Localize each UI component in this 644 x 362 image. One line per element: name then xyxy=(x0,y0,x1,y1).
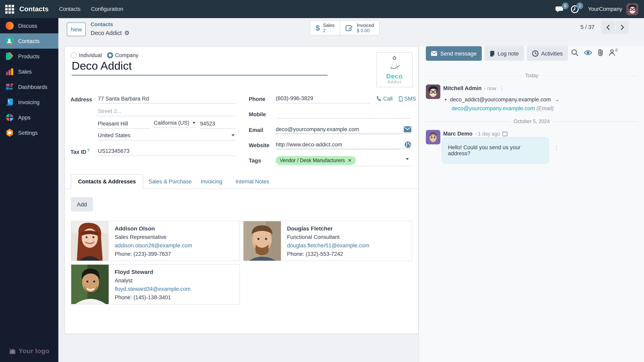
contact-email-link[interactable]: floyd.steward34@example.com xyxy=(115,285,190,293)
contact-email-link[interactable]: addison.olson28@example.com xyxy=(115,241,192,250)
settings-icon xyxy=(5,128,14,138)
send-message-label: Send message xyxy=(440,50,476,56)
app-title[interactable]: Contacts xyxy=(19,5,48,13)
gear-icon[interactable]: ⚙ xyxy=(124,29,130,37)
tab-sales-purchase[interactable]: Sales & Purchase xyxy=(142,174,199,189)
sidebar-item-sales[interactable]: Sales xyxy=(0,64,58,79)
company-type-radios: Individual Company xyxy=(71,52,138,58)
menu-configuration[interactable]: Configuration xyxy=(91,6,123,12)
contact-email-link[interactable]: douglas.fletcher51@example.com xyxy=(287,241,369,250)
apps-grid-icon[interactable] xyxy=(5,5,14,13)
street2-input[interactable] xyxy=(98,107,236,116)
phone-input[interactable] xyxy=(276,94,370,103)
contact-card-douglas[interactable]: Douglas Fletcher Functional Consultant d… xyxy=(243,221,412,261)
breadcrumb-parent[interactable]: Contacts xyxy=(90,21,113,27)
tax-id-input[interactable] xyxy=(98,147,236,156)
calendar-icon[interactable] xyxy=(502,131,508,136)
sales-stat-button[interactable]: $ Sales 2 xyxy=(310,21,340,35)
tab-contacts-addresses[interactable]: Contacts & Addresses xyxy=(71,174,143,189)
contact-card-floyd[interactable]: Floyd Steward Analyst floyd.steward34@ex… xyxy=(71,264,240,305)
email-underline xyxy=(276,133,411,134)
message-author[interactable]: Mitchell Admin xyxy=(443,85,482,91)
mobile-input[interactable] xyxy=(276,110,411,119)
contact-role: Analyst xyxy=(115,276,190,285)
message-author-avatar[interactable] xyxy=(426,130,440,144)
country-select[interactable]: United States xyxy=(98,131,236,140)
company-radio[interactable]: Company xyxy=(107,52,138,58)
your-logo[interactable]: Your logo xyxy=(0,348,58,355)
message-menu-icon[interactable]: ⋮ xyxy=(499,86,505,90)
address-label: Address xyxy=(70,96,92,103)
message-author-avatar[interactable] xyxy=(426,84,440,99)
help-icon[interactable]: ? xyxy=(87,148,90,152)
tags-field[interactable]: Vendor / Desk Manufacturers ✕ xyxy=(276,156,356,165)
contact-name: Addison Olson xyxy=(115,224,192,233)
search-messages-icon[interactable] xyxy=(571,49,578,56)
street-input[interactable] xyxy=(98,95,236,104)
tab-invoicing[interactable]: Invoicing xyxy=(194,174,229,189)
add-contact-button[interactable]: Add xyxy=(71,197,93,212)
sidebar-item-dashboards[interactable]: Dashboards xyxy=(0,79,58,94)
contact-photo xyxy=(71,265,109,304)
sidebar-item-apps[interactable]: Apps xyxy=(0,110,58,125)
call-link[interactable]: Call xyxy=(376,96,393,102)
contact-photo xyxy=(244,221,281,261)
chevron-left-icon xyxy=(606,24,610,30)
pager-previous-button[interactable] xyxy=(601,20,615,34)
tags-dropdown[interactable] xyxy=(406,160,409,166)
paperclip-icon[interactable] xyxy=(598,49,603,56)
tag-remove-icon[interactable]: ✕ xyxy=(348,158,352,163)
individual-radio[interactable]: Individual xyxy=(71,52,102,58)
mobile-label: Mobile xyxy=(249,111,266,117)
log-note-label: Log note xyxy=(498,50,518,56)
arrow-right-icon: → xyxy=(554,96,560,103)
pager-next-button[interactable] xyxy=(615,20,629,34)
state-select[interactable]: California (US) xyxy=(154,119,196,128)
tab-internal-notes[interactable]: Internal Notes xyxy=(228,174,276,189)
send-email-icon[interactable] xyxy=(404,126,411,134)
individual-radio-circle[interactable] xyxy=(71,52,77,58)
message-menu-icon[interactable]: ⋮ xyxy=(554,146,560,150)
tag-chip-label: Vendor / Desk Manufacturers xyxy=(280,158,345,163)
company-name-input[interactable] xyxy=(72,59,328,76)
activities-icon[interactable]: 2 xyxy=(570,4,580,14)
user-avatar[interactable] xyxy=(626,3,638,15)
state-value: California (US) xyxy=(154,120,190,126)
messages-icon[interactable]: 6 xyxy=(555,4,566,14)
divider-today: Today xyxy=(426,73,638,78)
sidebar-item-settings[interactable]: Settings xyxy=(0,125,58,140)
menu-contacts[interactable]: Contacts xyxy=(59,6,80,12)
message-time: - now xyxy=(484,85,496,91)
invoiced-stat-value: $ 0.00 xyxy=(357,28,374,33)
company-radio-circle[interactable] xyxy=(107,52,113,58)
your-logo-text: Your logo xyxy=(19,348,49,355)
contact-card-addison[interactable]: Addison Olson Sales Representative addis… xyxy=(71,221,240,261)
invoiced-stat-button[interactable]: Invoiced $ 0.00 xyxy=(340,21,379,35)
company-switcher[interactable]: YourCompany xyxy=(588,6,622,12)
tracking-new-value[interactable]: deco@yourcompany.example.com xyxy=(452,105,535,111)
eye-icon[interactable] xyxy=(584,49,592,56)
message-bubble: Hello! Could you send us your address? xyxy=(442,137,549,164)
globe-icon[interactable] xyxy=(404,141,411,149)
sidebar-item-contacts[interactable]: Contacts xyxy=(0,33,58,49)
note-icon xyxy=(490,50,495,56)
city-input[interactable] xyxy=(98,120,150,129)
sidebar-label: Settings xyxy=(18,130,38,136)
contact-phone: Phone: (132)-553-7242 xyxy=(287,250,369,258)
zip-input[interactable] xyxy=(200,120,236,129)
follower-count: 0 xyxy=(616,48,618,52)
activities-button[interactable]: Activities xyxy=(527,46,568,61)
email-label: Email xyxy=(249,127,263,133)
new-button[interactable]: New xyxy=(67,22,86,36)
sidebar-item-products[interactable]: Products xyxy=(0,49,58,64)
sms-link[interactable]: SMS xyxy=(399,96,416,102)
send-message-button[interactable]: Send message xyxy=(426,46,482,61)
sales-icon xyxy=(5,67,14,76)
company-logo[interactable]: Deco Addict xyxy=(376,52,412,87)
sidebar-item-invoicing[interactable]: $ Invoicing xyxy=(0,94,58,110)
logo-text-addict: Addict xyxy=(388,79,402,84)
sidebar-item-discuss[interactable]: Discuss xyxy=(0,18,58,33)
message-author[interactable]: Marc Demo xyxy=(443,131,472,137)
log-note-button[interactable]: Log note xyxy=(484,46,524,61)
followers-icon[interactable]: 0 xyxy=(609,49,618,56)
